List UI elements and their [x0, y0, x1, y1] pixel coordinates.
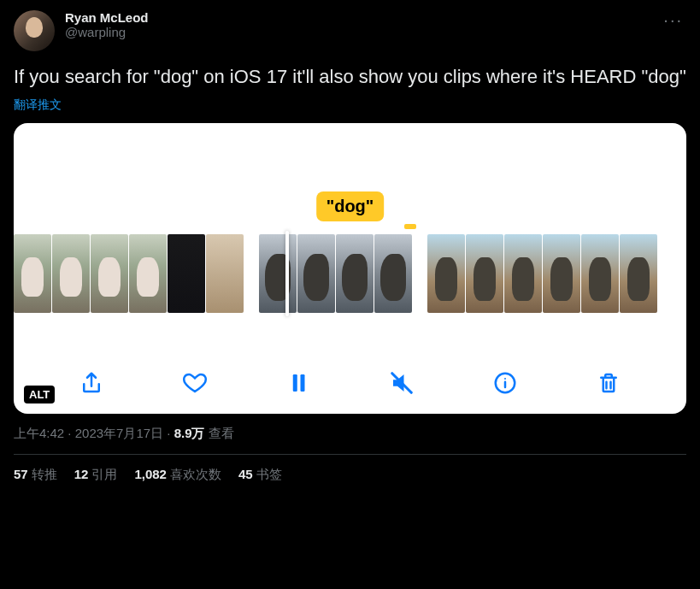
- media-controls: [14, 368, 686, 398]
- svg-rect-0: [293, 374, 297, 392]
- search-tag-bubble: "dog": [316, 191, 385, 221]
- trash-icon[interactable]: [593, 368, 624, 398]
- thumbnail: [620, 234, 657, 313]
- more-options-button[interactable]: ···: [660, 10, 686, 30]
- filmstrip[interactable]: [14, 234, 686, 313]
- thumbnail: [427, 234, 465, 313]
- alt-badge[interactable]: ALT: [24, 386, 55, 403]
- retweets-stat[interactable]: 57转推: [14, 467, 57, 483]
- thumbnail: [297, 234, 335, 313]
- tweet-container: Ryan McLeod @warpling ··· If you search …: [0, 0, 700, 493]
- thumbnail: [466, 234, 503, 313]
- tweet-time[interactable]: 上午4:42: [14, 426, 64, 440]
- thumbnail: [206, 234, 244, 313]
- thumbnail: [336, 234, 374, 313]
- likes-stat[interactable]: 1,082喜欢次数: [134, 467, 221, 483]
- clip-group-2[interactable]: [259, 234, 412, 313]
- quotes-stat[interactable]: 12引用: [74, 467, 118, 483]
- avatar[interactable]: [14, 10, 55, 51]
- display-name: Ryan McLeod: [65, 10, 650, 25]
- clip-group-1[interactable]: [14, 234, 244, 313]
- thumbnail: [91, 234, 128, 313]
- clip-group-3[interactable]: [427, 234, 657, 313]
- share-icon[interactable]: [76, 368, 107, 398]
- thumbnail: [374, 234, 412, 313]
- tweet-meta: 上午4:42 · 2023年7月17日 · 8.9万 查看: [14, 426, 686, 455]
- pause-icon[interactable]: [283, 368, 314, 398]
- tweet-stats: 57转推 12引用 1,082喜欢次数 45书签: [14, 467, 686, 483]
- user-block[interactable]: Ryan McLeod @warpling: [65, 10, 650, 39]
- thumbnail: [581, 234, 619, 313]
- views-label: 查看: [209, 426, 234, 440]
- media-card[interactable]: "dog": [14, 123, 686, 414]
- playhead[interactable]: [285, 231, 289, 316]
- thumbnail: [14, 234, 51, 313]
- tweet-text: If you search for "dog" on iOS 17 it'll …: [14, 65, 686, 90]
- thumbnail: [543, 234, 580, 313]
- svg-rect-1: [300, 374, 304, 392]
- tweet-header: Ryan McLeod @warpling ···: [14, 10, 686, 51]
- translate-link[interactable]: 翻译推文: [14, 97, 62, 113]
- thumbnail: [259, 234, 297, 313]
- mute-icon[interactable]: [386, 368, 417, 398]
- heart-icon[interactable]: [179, 368, 210, 398]
- search-tag-marker: [404, 224, 416, 229]
- thumbnail: [129, 234, 167, 313]
- thumbnail: [52, 234, 90, 313]
- thumbnail: [504, 234, 542, 313]
- tweet-date[interactable]: 2023年7月17日: [75, 426, 163, 440]
- svg-point-5: [504, 378, 506, 380]
- thumbnail: [168, 234, 205, 313]
- info-icon[interactable]: [490, 368, 521, 398]
- views-count: 8.9万: [174, 426, 205, 440]
- bookmarks-stat[interactable]: 45书签: [238, 467, 282, 483]
- user-handle: @warpling: [65, 25, 650, 39]
